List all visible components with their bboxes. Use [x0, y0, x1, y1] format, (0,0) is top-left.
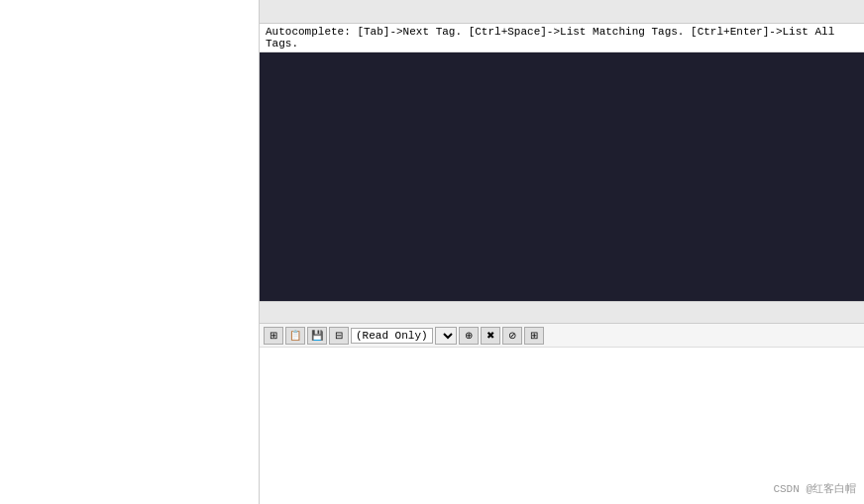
- results-tabs: [260, 302, 864, 324]
- toolbar-btn6[interactable]: ✖: [481, 327, 500, 345]
- readonly-badge: (Read Only): [351, 328, 433, 344]
- sidebar: [0, 0, 260, 504]
- toolbar-select[interactable]: [435, 327, 457, 345]
- tabs-bar: [260, 0, 864, 24]
- results-panel: ⊞ 📋 💾 ⊟ (Read Only) ⊕ ✖ ⊘ ⊞: [260, 301, 864, 504]
- toolbar-btn7[interactable]: ⊘: [502, 327, 522, 345]
- toolbar-btn8[interactable]: ⊞: [524, 327, 544, 345]
- toolbar-copy-btn[interactable]: 📋: [285, 327, 305, 345]
- autocomplete-text: Autocomplete: [Tab]->Next Tag. [Ctrl+Spa…: [266, 26, 834, 50]
- toolbar-grid-btn[interactable]: ⊞: [264, 327, 283, 345]
- autocomplete-bar: Autocomplete: [Tab]->Next Tag. [Ctrl+Spa…: [260, 24, 864, 52]
- main-panel: Autocomplete: [Tab]->Next Tag. [Ctrl+Spa…: [260, 0, 864, 504]
- toolbar-save-btn[interactable]: 💾: [307, 327, 327, 345]
- results-toolbar: ⊞ 📋 💾 ⊟ (Read Only) ⊕ ✖ ⊘ ⊞: [260, 324, 864, 348]
- watermark: CSDN @红客白帽: [773, 481, 856, 496]
- toolbar-btn5[interactable]: ⊕: [459, 327, 479, 345]
- code-editor[interactable]: [260, 52, 864, 301]
- toolbar-filter-btn[interactable]: ⊟: [329, 327, 349, 345]
